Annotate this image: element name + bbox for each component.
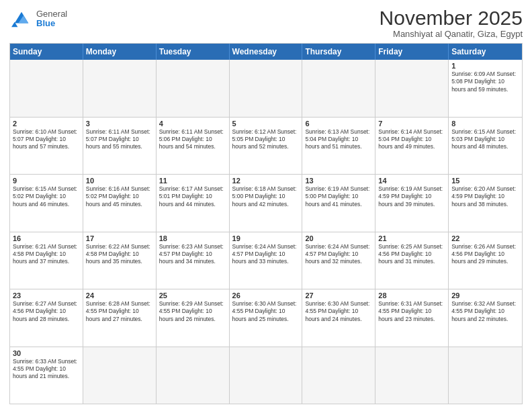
day-number: 11 (159, 177, 226, 185)
day-number: 6 (305, 120, 372, 128)
day-number: 4 (159, 120, 226, 128)
cell-info: Sunrise: 6:32 AM Sunset: 4:55 PM Dayligh… (451, 300, 519, 323)
logo-blue: Blue (36, 19, 67, 28)
header-monday: Monday (83, 44, 157, 60)
header-sunday: Sunday (10, 44, 83, 60)
logo-text: General Blue (36, 9, 67, 29)
calendar-cell (10, 60, 83, 117)
calendar-cell: 11Sunrise: 6:17 AM Sunset: 5:01 PM Dayli… (157, 175, 230, 232)
calendar-cell: 26Sunrise: 6:30 AM Sunset: 4:55 PM Dayli… (230, 289, 303, 347)
calendar: Sunday Monday Tuesday Wednesday Thursday… (9, 43, 523, 404)
cell-info: Sunrise: 6:20 AM Sunset: 4:59 PM Dayligh… (451, 185, 519, 208)
calendar-row-3: 9Sunrise: 6:15 AM Sunset: 5:02 PM Daylig… (10, 175, 522, 232)
calendar-row-1: 1Sunrise: 6:09 AM Sunset: 5:08 PM Daylig… (10, 60, 522, 118)
day-number: 9 (13, 177, 80, 185)
calendar-cell: 27Sunrise: 6:30 AM Sunset: 4:55 PM Dayli… (302, 289, 375, 347)
calendar-cell: 7Sunrise: 6:14 AM Sunset: 5:04 PM Daylig… (375, 118, 449, 175)
calendar-cell: 1Sunrise: 6:09 AM Sunset: 5:08 PM Daylig… (449, 60, 522, 117)
calendar-header: Sunday Monday Tuesday Wednesday Thursday… (10, 44, 522, 60)
cell-info: Sunrise: 6:17 AM Sunset: 5:01 PM Dayligh… (159, 185, 226, 208)
header-saturday: Saturday (449, 44, 522, 60)
calendar-row-4: 16Sunrise: 6:21 AM Sunset: 4:58 PM Dayli… (10, 232, 522, 290)
day-number: 23 (13, 291, 80, 300)
day-number: 19 (232, 234, 300, 242)
day-number: 20 (305, 234, 372, 242)
cell-info: Sunrise: 6:33 AM Sunset: 4:55 PM Dayligh… (13, 358, 80, 381)
calendar-cell (375, 347, 449, 404)
calendar-cell (375, 60, 449, 117)
calendar-cell: 10Sunrise: 6:16 AM Sunset: 5:02 PM Dayli… (83, 175, 157, 232)
calendar-cell: 6Sunrise: 6:13 AM Sunset: 5:04 PM Daylig… (302, 118, 375, 175)
header-tuesday: Tuesday (157, 44, 230, 60)
calendar-cell: 5Sunrise: 6:12 AM Sunset: 5:05 PM Daylig… (230, 118, 303, 175)
calendar-cell (83, 347, 157, 404)
day-number: 25 (159, 291, 226, 300)
calendar-cell: 4Sunrise: 6:11 AM Sunset: 5:06 PM Daylig… (157, 118, 230, 175)
calendar-cell: 14Sunrise: 6:19 AM Sunset: 4:59 PM Dayli… (375, 175, 449, 232)
cell-info: Sunrise: 6:10 AM Sunset: 5:07 PM Dayligh… (13, 128, 80, 151)
day-number: 5 (232, 120, 300, 128)
cell-info: Sunrise: 6:24 AM Sunset: 4:57 PM Dayligh… (232, 243, 300, 266)
cell-info: Sunrise: 6:11 AM Sunset: 5:06 PM Dayligh… (159, 128, 226, 151)
day-number: 21 (378, 234, 445, 242)
day-number: 7 (378, 120, 445, 128)
day-number: 14 (378, 177, 445, 185)
cell-info: Sunrise: 6:18 AM Sunset: 5:00 PM Dayligh… (232, 185, 300, 208)
calendar-cell: 13Sunrise: 6:19 AM Sunset: 5:00 PM Dayli… (302, 175, 375, 232)
calendar-cell: 2Sunrise: 6:10 AM Sunset: 5:07 PM Daylig… (10, 118, 83, 175)
calendar-body: 1Sunrise: 6:09 AM Sunset: 5:08 PM Daylig… (10, 60, 522, 404)
cell-info: Sunrise: 6:22 AM Sunset: 4:58 PM Dayligh… (86, 243, 153, 266)
calendar-cell: 9Sunrise: 6:15 AM Sunset: 5:02 PM Daylig… (10, 175, 83, 232)
page: General Blue November 2025 Manshiyat al … (0, 0, 532, 411)
day-number: 15 (451, 177, 519, 185)
header-thursday: Thursday (302, 44, 375, 60)
header: General Blue November 2025 Manshiyat al … (9, 7, 523, 39)
calendar-row-5: 23Sunrise: 6:27 AM Sunset: 4:56 PM Dayli… (10, 289, 522, 347)
day-number: 28 (378, 291, 445, 300)
day-number: 3 (86, 120, 153, 128)
cell-info: Sunrise: 6:28 AM Sunset: 4:55 PM Dayligh… (86, 300, 153, 323)
cell-info: Sunrise: 6:25 AM Sunset: 4:56 PM Dayligh… (378, 243, 445, 266)
calendar-cell (230, 60, 303, 117)
day-number: 13 (305, 177, 372, 185)
cell-info: Sunrise: 6:26 AM Sunset: 4:56 PM Dayligh… (451, 243, 519, 266)
calendar-cell (157, 60, 230, 117)
calendar-cell: 21Sunrise: 6:25 AM Sunset: 4:56 PM Dayli… (375, 232, 449, 289)
cell-info: Sunrise: 6:12 AM Sunset: 5:05 PM Dayligh… (232, 128, 300, 151)
calendar-cell: 15Sunrise: 6:20 AM Sunset: 4:59 PM Dayli… (449, 175, 522, 232)
month-title: November 2025 (380, 7, 523, 29)
calendar-cell: 29Sunrise: 6:32 AM Sunset: 4:55 PM Dayli… (449, 289, 522, 347)
logo-general: General (36, 9, 67, 19)
calendar-cell: 28Sunrise: 6:31 AM Sunset: 4:55 PM Dayli… (375, 289, 449, 347)
header-wednesday: Wednesday (230, 44, 303, 60)
day-number: 30 (13, 349, 80, 357)
calendar-cell (230, 347, 303, 404)
cell-info: Sunrise: 6:24 AM Sunset: 4:57 PM Dayligh… (305, 243, 372, 266)
day-number: 26 (232, 291, 300, 300)
calendar-cell: 23Sunrise: 6:27 AM Sunset: 4:56 PM Dayli… (10, 289, 83, 347)
header-friday: Friday (375, 44, 449, 60)
logo: General Blue (9, 9, 67, 29)
day-number: 10 (86, 177, 153, 185)
day-number: 2 (13, 120, 80, 128)
calendar-cell: 8Sunrise: 6:15 AM Sunset: 5:03 PM Daylig… (449, 118, 522, 175)
cell-info: Sunrise: 6:23 AM Sunset: 4:57 PM Dayligh… (159, 243, 226, 266)
cell-info: Sunrise: 6:09 AM Sunset: 5:08 PM Dayligh… (451, 71, 519, 93)
calendar-cell (302, 60, 375, 117)
cell-info: Sunrise: 6:15 AM Sunset: 5:02 PM Dayligh… (13, 185, 80, 208)
day-number: 16 (13, 234, 80, 242)
cell-info: Sunrise: 6:30 AM Sunset: 4:55 PM Dayligh… (305, 300, 372, 323)
cell-info: Sunrise: 6:11 AM Sunset: 5:07 PM Dayligh… (86, 128, 153, 151)
calendar-cell (83, 60, 157, 117)
day-number: 22 (451, 234, 519, 242)
calendar-cell: 12Sunrise: 6:18 AM Sunset: 5:00 PM Dayli… (230, 175, 303, 232)
logo-icon (9, 9, 34, 28)
cell-info: Sunrise: 6:27 AM Sunset: 4:56 PM Dayligh… (13, 300, 80, 323)
calendar-cell: 24Sunrise: 6:28 AM Sunset: 4:55 PM Dayli… (83, 289, 157, 347)
calendar-cell: 3Sunrise: 6:11 AM Sunset: 5:07 PM Daylig… (83, 118, 157, 175)
calendar-cell: 18Sunrise: 6:23 AM Sunset: 4:57 PM Dayli… (157, 232, 230, 289)
calendar-cell: 30Sunrise: 6:33 AM Sunset: 4:55 PM Dayli… (10, 347, 83, 404)
calendar-cell: 20Sunrise: 6:24 AM Sunset: 4:57 PM Dayli… (302, 232, 375, 289)
cell-info: Sunrise: 6:31 AM Sunset: 4:55 PM Dayligh… (378, 300, 445, 323)
cell-info: Sunrise: 6:13 AM Sunset: 5:04 PM Dayligh… (305, 128, 372, 151)
